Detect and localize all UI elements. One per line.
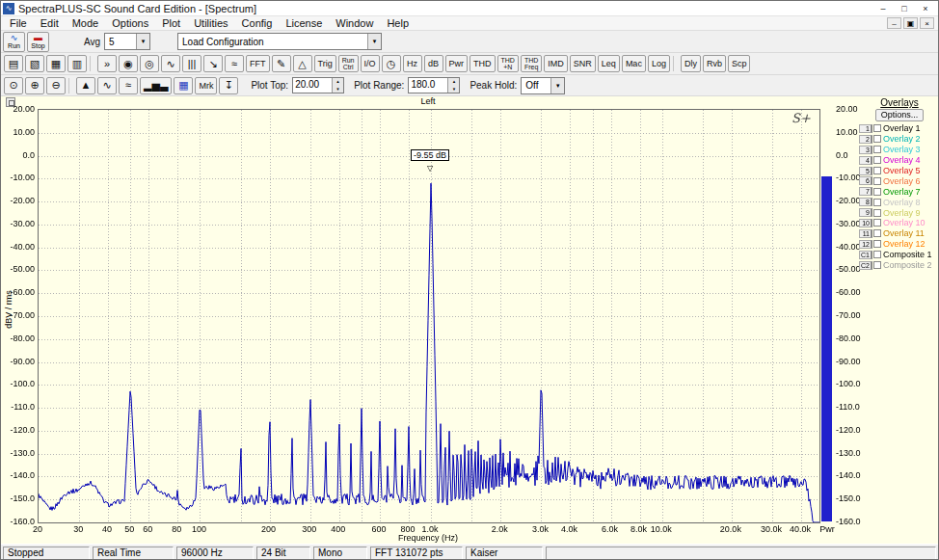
threshold-button[interactable]: △ (293, 55, 312, 72)
run-button[interactable]: ∿ Run (3, 32, 25, 52)
minimize-button[interactable]: – (872, 2, 894, 15)
dropdown-arrow-icon[interactable]: ▾ (550, 78, 564, 93)
spin-up-icon[interactable]: ▴ (448, 78, 459, 86)
overlay-checkbox[interactable] (873, 240, 881, 248)
trigger-button[interactable]: Trig (314, 55, 336, 72)
db-button[interactable]: dB (424, 55, 443, 72)
peak-marker-label[interactable]: -9.55 dB (411, 149, 449, 161)
leq-button[interactable]: Leq (598, 55, 620, 72)
time-series-view-button[interactable]: ∿ (161, 55, 180, 72)
stop-button[interactable]: ▬ Stop (27, 32, 49, 52)
imd-button[interactable]: IMD (544, 55, 568, 72)
print-button[interactable]: ▥ (67, 55, 87, 72)
overlay-options-button[interactable]: Options... (875, 109, 925, 121)
overlay-id-button[interactable]: 5 (859, 167, 872, 175)
overlay-id-button[interactable]: C1 (859, 251, 872, 259)
spin-up-icon[interactable]: ▴ (333, 78, 343, 86)
zoom-out-button[interactable]: ⊖ (46, 77, 66, 94)
configuration-select[interactable]: Load Configuration ▾ (177, 33, 382, 50)
overlay-checkbox[interactable] (873, 188, 881, 196)
menu-config[interactable]: Config (235, 16, 280, 31)
overlay-id-button[interactable]: 11 (859, 229, 872, 238)
thd-button[interactable]: THD (470, 55, 496, 72)
plot-top-input[interactable]: 20.00 ▴ ▾ (292, 77, 344, 93)
zoom-in-button[interactable]: ⊕ (25, 77, 44, 94)
overlay-checkbox[interactable] (873, 177, 881, 185)
overlay-checkbox[interactable] (873, 251, 881, 258)
macro-button[interactable]: Mac (622, 55, 646, 72)
dropdown-arrow-icon[interactable]: ▾ (136, 34, 149, 49)
overlay-id-button[interactable]: 8 (859, 198, 872, 206)
power-button[interactable]: Pwr (445, 55, 469, 72)
overlay-checkbox[interactable] (873, 156, 881, 164)
overlay-checkbox[interactable] (873, 209, 881, 217)
overlay-id-button[interactable]: 4 (859, 156, 872, 165)
menu-edit[interactable]: Edit (34, 16, 66, 31)
thd-n-button[interactable]: THD+N (497, 55, 519, 72)
menu-help[interactable]: Help (380, 16, 416, 31)
overlay-id-button[interactable]: 2 (859, 135, 872, 144)
overlay-id-button[interactable]: 6 (859, 176, 872, 185)
save-button[interactable]: ▦ (46, 55, 66, 72)
thd-freq-button[interactable]: THDFreq (521, 55, 542, 72)
averages-select[interactable]: 5 ▾ (104, 33, 150, 50)
spectrum-view-button[interactable]: ||| (182, 55, 201, 72)
scope-view-button[interactable]: ◉ (119, 55, 138, 72)
close-button[interactable]: × (915, 2, 936, 15)
overlay-checkbox[interactable] (873, 219, 881, 227)
overlay-checkbox[interactable] (873, 124, 881, 132)
menu-mode[interactable]: Mode (66, 16, 106, 31)
maximize-button[interactable]: □ (894, 2, 915, 15)
overlay-checkbox[interactable] (873, 135, 881, 143)
overlay-id-button[interactable]: 7 (859, 187, 872, 196)
fill-plot-button[interactable]: ≈ (119, 77, 138, 94)
menu-window[interactable]: Window (329, 16, 380, 31)
overlay-id-button[interactable]: 12 (859, 240, 872, 249)
plot-top-spinner[interactable]: ▴ ▾ (332, 78, 343, 93)
overlay-checkbox[interactable] (873, 199, 881, 206)
magnifier-button[interactable]: ⊙ (4, 77, 23, 94)
snr-button[interactable]: SNR (570, 55, 596, 72)
new-file-button[interactable]: ▤ (4, 55, 23, 72)
fft-settings-button[interactable]: FFT (246, 55, 270, 72)
spectrogram-view-button[interactable]: ≈ (225, 55, 244, 72)
peak-marker-icon[interactable]: ▽ (427, 164, 433, 173)
spin-down-icon[interactable]: ▾ (448, 86, 459, 93)
annotate-button[interactable]: ✎ (272, 55, 291, 72)
child-minimize-button[interactable]: – (887, 17, 901, 29)
overlay-id-button[interactable]: 3 (859, 146, 872, 154)
menu-license[interactable]: License (279, 16, 329, 31)
overlay-checkbox[interactable] (873, 146, 881, 153)
child-restore-button[interactable]: ▣ (903, 17, 918, 29)
delay-button[interactable]: Dly (681, 55, 701, 72)
meter-view-button[interactable]: ◎ (140, 55, 159, 72)
marker-flag-button[interactable]: ↧ (219, 77, 238, 94)
phase-view-button[interactable]: ↘ (203, 55, 223, 72)
plot-range-input[interactable]: 180.0 ▴ ▾ (408, 77, 460, 93)
overlay-id-button[interactable]: 10 (859, 219, 872, 227)
marker-button[interactable]: Mrk (195, 77, 217, 94)
overlay-id-button[interactable]: C2 (859, 261, 872, 270)
grid-toggle-button[interactable]: ▦ (174, 77, 193, 94)
overlay-checkbox[interactable] (873, 229, 881, 237)
hz-button[interactable]: Hz (403, 55, 422, 72)
fast-forward-button[interactable]: » (97, 55, 117, 72)
peak-hold-select[interactable]: Off ▾ (521, 77, 565, 94)
child-close-button[interactable]: × (920, 17, 934, 29)
menu-file[interactable]: File (3, 16, 34, 31)
peak-display-button[interactable]: ▲ (76, 77, 95, 94)
plot-corner-icon[interactable] (6, 97, 15, 107)
plot-range-spinner[interactable]: ▴ ▾ (447, 78, 459, 93)
io-button[interactable]: I/O (361, 55, 380, 72)
menu-plot[interactable]: Plot (155, 16, 187, 31)
dropdown-arrow-icon[interactable]: ▾ (367, 34, 381, 49)
timer-button[interactable]: ◷ (382, 55, 401, 72)
menu-options[interactable]: Options (105, 16, 155, 31)
logging-button[interactable]: Log (648, 55, 670, 72)
scope-button[interactable]: Scp (728, 55, 751, 72)
open-file-button[interactable]: ▧ (25, 55, 44, 72)
menu-utilities[interactable]: Utilities (187, 16, 234, 31)
spin-down-icon[interactable]: ▾ (333, 86, 343, 93)
overlay-checkbox[interactable] (873, 261, 881, 269)
line-plot-button[interactable]: ∿ (97, 77, 117, 94)
